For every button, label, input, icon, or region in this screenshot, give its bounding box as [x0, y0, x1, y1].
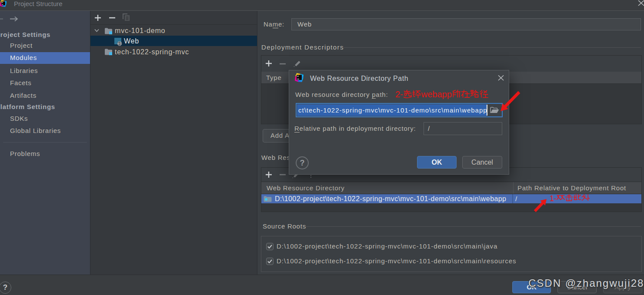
svg-text:IJ: IJ — [297, 75, 299, 77]
svg-text:IJ: IJ — [2, 2, 3, 3]
